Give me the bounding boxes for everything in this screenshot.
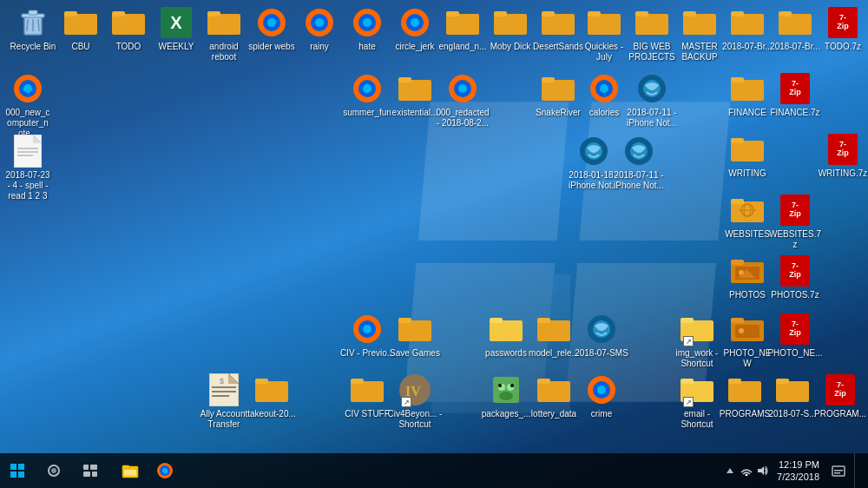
svg-rect-113 — [351, 381, 384, 402]
desktop-icons-container: Recycle Bin CBU TODO — [0, 0, 868, 453]
svg-point-56 — [363, 84, 372, 93]
tray-expand-button[interactable] — [723, 464, 737, 478]
start-button[interactable] — [0, 453, 35, 488]
svg-rect-101 — [731, 318, 744, 323]
svg-point-147 — [746, 474, 748, 477]
svg-rect-136 — [83, 465, 89, 470]
svg-rect-133 — [776, 379, 789, 384]
svg-rect-95 — [537, 318, 550, 323]
svg-rect-44 — [779, 11, 792, 16]
svg-rect-90 — [398, 320, 431, 341]
svg-rect-34 — [542, 11, 555, 16]
photos-7z-icon[interactable]: 7-Zip PHOTOS.7z — [764, 250, 826, 304]
svg-rect-11 — [64, 14, 97, 35]
svg-marker-148 — [758, 466, 764, 475]
svg-rect-62 — [542, 80, 575, 101]
svg-rect-30 — [446, 11, 459, 16]
svg-point-127 — [597, 386, 606, 394]
svg-rect-129 — [681, 379, 694, 384]
taskbar-file-explorer[interactable] — [113, 453, 148, 488]
svg-point-135 — [51, 468, 56, 473]
moby-dick-label: Moby Dick — [490, 42, 531, 52]
photo-new-7z-label: PHOTO_NE... — [767, 348, 822, 359]
passwords-label: passwords — [485, 348, 527, 359]
takeout-icon[interactable]: takeout-20... — [240, 369, 303, 423]
svg-point-47 — [23, 84, 32, 93]
svg-rect-37 — [635, 14, 668, 35]
svg-rect-141 — [122, 465, 129, 469]
desktop: Recycle Bin CBU TODO — [0, 0, 868, 488]
iphone-2018-07-label: 2018-07-11 - iPhone Not... — [611, 170, 667, 191]
svg-rect-78 — [731, 199, 744, 204]
clock-time: 12:19 PM — [777, 458, 819, 471]
program-7z-icon[interactable]: 7-Zip PROGRAM... — [809, 369, 868, 423]
svg-rect-150 — [834, 470, 843, 472]
todo-7z-icon[interactable]: 7-Zip TODO.7z — [812, 2, 868, 56]
websites-7z-icon[interactable]: 7-Zip WEBSITES.7z — [764, 189, 826, 254]
svg-rect-57 — [398, 80, 431, 101]
taskbar-left — [0, 453, 182, 488]
crime-label: crime — [591, 409, 612, 419]
svg-rect-109 — [212, 395, 229, 397]
photo-new-7z-icon[interactable]: 7-Zip PHOTO_NE... — [764, 308, 826, 362]
photos-7z-label: PHOTOS.7z — [771, 290, 819, 300]
clock[interactable]: 12:19 PM 7/23/2018 — [773, 458, 823, 484]
svg-rect-43 — [779, 14, 812, 35]
000-redacted-icon[interactable]: 000_redacted - 2018-08-2... — [431, 68, 494, 132]
windows-icon — [10, 464, 24, 478]
svg-point-61 — [458, 84, 467, 93]
svg-rect-107 — [212, 386, 236, 388]
svg-rect-91 — [398, 318, 411, 323]
svg-rect-70 — [731, 77, 744, 82]
taskbar-firefox[interactable] — [148, 453, 182, 488]
network-tray-icon[interactable] — [740, 464, 753, 478]
svg-rect-38 — [635, 11, 648, 16]
svg-rect-137 — [90, 465, 97, 470]
svg-point-145 — [162, 468, 168, 473]
svg-rect-40 — [683, 11, 696, 16]
2018-07-sms-label: 2018-07-SMS — [575, 348, 628, 359]
crime-icon[interactable]: crime — [570, 369, 633, 423]
svg-rect-35 — [588, 14, 621, 35]
svg-rect-94 — [537, 320, 570, 341]
finance-label: FINANCE — [728, 108, 766, 118]
date-note-icon[interactable]: 2018-07-23 - 4 - spell - read 1 2 3 — [2, 130, 54, 205]
svg-rect-111 — [255, 381, 288, 402]
svg-line-8 — [27, 19, 28, 31]
photos-label: PHOTOS — [729, 290, 766, 300]
writing-icon[interactable]: WRITING — [716, 129, 779, 182]
svg-rect-31 — [494, 14, 527, 35]
cortana-button[interactable] — [36, 453, 71, 488]
finance-7z-icon[interactable]: 7-Zip FINANCE.7z — [764, 68, 826, 122]
svg-rect-139 — [92, 472, 97, 477]
svg-rect-13 — [112, 14, 145, 35]
iphone-2018-icon[interactable]: 2018-07-11 - iPhone Not... — [621, 68, 683, 132]
iphone-2018-07-icon[interactable]: 2018-07-11 - iPhone Not... — [608, 130, 670, 195]
svg-rect-32 — [494, 11, 507, 16]
notification-center-button[interactable] — [826, 453, 851, 488]
svg-rect-132 — [776, 381, 809, 402]
svg-rect-63 — [542, 77, 555, 82]
writing-7z-icon[interactable]: 7-Zip WRITING.7z — [812, 129, 868, 182]
svg-point-89 — [363, 325, 372, 333]
svg-rect-16 — [207, 11, 220, 16]
system-tray — [723, 464, 770, 478]
show-desktop-button[interactable] — [854, 453, 861, 488]
taskbar-right: 12:19 PM 7/23/2018 — [723, 453, 868, 488]
svg-rect-29 — [446, 14, 479, 35]
date-note-label: 2018-07-23 - 4 - spell - read 1 2 3 — [5, 170, 50, 201]
svg-rect-112 — [255, 379, 268, 384]
hate-label: hate — [358, 42, 375, 52]
svg-rect-14 — [112, 11, 125, 16]
2018-07-sms-icon[interactable]: 2018-07-SMS — [570, 308, 633, 362]
finance-7z-label: FINANCE.7z — [770, 108, 819, 118]
svg-rect-15 — [207, 14, 240, 35]
iphone-2018-label: 2018-07-11 - iPhone Not... — [624, 108, 680, 129]
svg-rect-151 — [834, 472, 840, 474]
save-games-icon[interactable]: Save Games — [384, 308, 446, 362]
todo-7z-label: TODO.7z — [825, 42, 861, 52]
civ4beyond-icon[interactable]: IV ↗ Civ4Beyon... - Shortcut — [384, 369, 446, 433]
task-view-button[interactable] — [73, 453, 108, 488]
civ4beyond-label: Civ4Beyon... - Shortcut — [387, 409, 443, 430]
volume-tray-icon[interactable] — [756, 464, 770, 478]
